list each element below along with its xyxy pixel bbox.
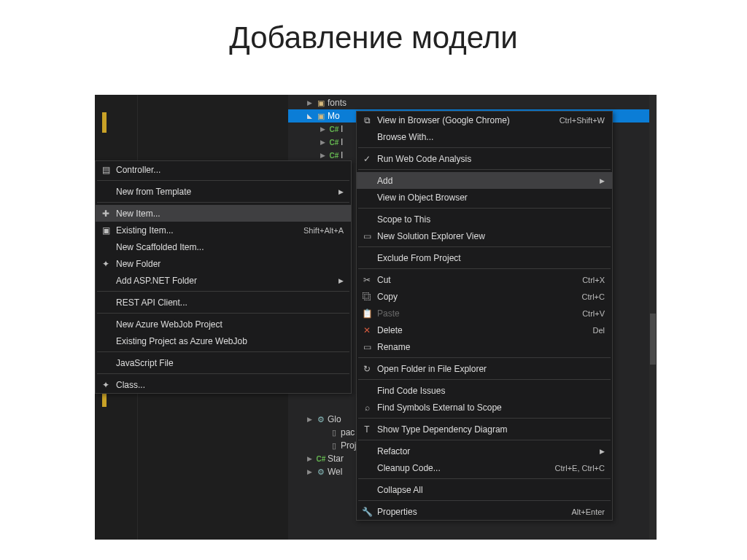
expander-icon[interactable]: ▶ — [307, 416, 314, 423]
menu-item-label: New Item... — [116, 209, 351, 219]
menu-shortcut: Ctrl+E, Ctrl+C — [555, 464, 612, 472]
menu-item-label: Show Type Dependency Diagram — [377, 424, 612, 435]
scrollbar[interactable] — [649, 95, 657, 540]
menu-item-label: Properties — [377, 507, 571, 517]
menu-item-label: Cleanup Code... — [377, 463, 555, 473]
menu-shortcut: Ctrl+C — [582, 292, 612, 301]
menu-separator — [97, 373, 349, 374]
menu-item[interactable]: ✓Run Web Code Analysis — [357, 150, 612, 167]
menu-item[interactable]: JavaScript File — [96, 354, 351, 371]
rename-icon: ▭ — [357, 342, 377, 352]
menu-item-label: Rename — [377, 342, 612, 352]
menu-shortcut: Shift+Alt+A — [303, 226, 351, 235]
menu-item[interactable]: ▤Controller... — [96, 161, 351, 178]
menu-item-label: Add ASP.NET Folder — [116, 276, 338, 286]
menu-item[interactable]: ▭Rename — [357, 338, 612, 355]
menu-item-label: Scope to This — [377, 214, 612, 225]
menu-item[interactable]: Refactor▶ — [357, 443, 612, 459]
menu-separator — [97, 180, 349, 181]
newitem-icon: ✚ — [96, 209, 116, 219]
config-icon: ⚙ — [314, 467, 328, 477]
menu-item-label: Class... — [116, 380, 351, 390]
menu-item[interactable]: REST API Client... — [96, 294, 351, 311]
menu-item[interactable]: Existing Project as Azure WebJob — [96, 332, 351, 349]
menu-item-label: Collapse All — [377, 485, 612, 495]
submenu-arrow-icon: ▶ — [600, 177, 612, 184]
menu-separator — [358, 147, 611, 148]
scrollbar-thumb[interactable] — [650, 314, 656, 365]
menu-item: 📋PasteCtrl+V — [357, 305, 612, 322]
menu-separator — [358, 379, 611, 380]
menu-item[interactable]: TShow Type Dependency Diagram — [357, 421, 612, 438]
menu-separator — [358, 500, 611, 501]
menu-shortcut: Alt+Enter — [571, 508, 612, 516]
menu-shortcut: Ctrl+Shift+W — [560, 116, 612, 125]
menu-item[interactable]: Cleanup Code...Ctrl+E, Ctrl+C — [357, 459, 612, 476]
menu-item-label: New Folder — [116, 259, 351, 269]
menu-item-label: New from Template — [116, 187, 338, 197]
menu-item[interactable]: 🔧PropertiesAlt+Enter — [357, 503, 612, 520]
expander-icon[interactable]: ▶ — [320, 125, 328, 133]
menu-item[interactable]: ▣Existing Item...Shift+Alt+A — [96, 222, 351, 238]
menu-shortcut: Ctrl+X — [582, 276, 612, 284]
menu-shortcut: Del — [592, 326, 612, 335]
screenshot-area: ▶ ▣ fonts ◣ ▣ Mo ▶ C# I ▶ C# I ▶ C# I ▶ … — [95, 95, 657, 540]
menu-item[interactable]: ⧉View in Browser (Google Chrome)Ctrl+Shi… — [357, 112, 612, 128]
add-submenu[interactable]: ▤Controller...New from Template▶✚New Ite… — [95, 160, 352, 394]
file-icon: ▯ — [328, 428, 341, 438]
slide-title: Добавление модели — [0, 20, 747, 55]
menu-item[interactable]: Find Code Issues — [357, 382, 612, 399]
menu-separator — [358, 418, 611, 419]
menu-separator — [358, 440, 611, 440]
expander-icon[interactable]: ▶ — [307, 99, 314, 106]
expander-icon[interactable]: ▶ — [307, 468, 314, 475]
menu-item[interactable]: Scope to This — [357, 211, 612, 228]
context-menu[interactable]: ⧉View in Browser (Google Chrome)Ctrl+Shi… — [356, 111, 613, 521]
expander-icon[interactable]: ▶ — [307, 455, 314, 462]
menu-item-label: Controller... — [116, 165, 351, 175]
menu-item[interactable]: ✦New Folder — [96, 255, 351, 272]
menu-item[interactable]: Add▶ — [357, 172, 612, 189]
paste-icon: 📋 — [357, 308, 377, 319]
menu-shortcut: Ctrl+V — [582, 309, 612, 318]
menu-item[interactable]: ↻Open Folder in File Explorer — [357, 360, 612, 377]
menu-item[interactable]: New Scaffolded Item... — [96, 238, 351, 255]
check-icon: ✓ — [357, 154, 377, 164]
menu-item[interactable]: New Azure WebJob Project — [96, 316, 351, 332]
tree-label: fonts — [328, 98, 657, 108]
menu-item[interactable]: ✦Class... — [96, 376, 351, 393]
menu-item[interactable]: ⿻CopyCtrl+C — [357, 288, 612, 305]
menu-separator — [97, 202, 349, 203]
expander-icon[interactable]: ◣ — [307, 112, 314, 120]
menu-item[interactable]: ✕DeleteDel — [357, 322, 612, 338]
class-icon: ✦ — [96, 380, 116, 390]
menu-item[interactable]: New from Template▶ — [96, 183, 351, 200]
menu-item[interactable]: ✚New Item... — [96, 205, 351, 222]
menu-item[interactable]: ✂CutCtrl+X — [357, 271, 612, 288]
menu-item[interactable]: ⌕Find Symbols External to Scope — [357, 399, 612, 416]
menu-item-label: Exclude From Project — [377, 253, 612, 263]
menu-item[interactable]: ▭New Solution Explorer View — [357, 228, 612, 244]
menu-separator — [358, 478, 611, 479]
csharp-icon: C# — [328, 139, 341, 147]
expander-icon[interactable]: ▶ — [320, 139, 328, 146]
menu-item[interactable]: Exclude From Project — [357, 249, 612, 266]
menu-separator — [358, 357, 611, 358]
tree-item-fonts[interactable]: ▶ ▣ fonts — [288, 96, 657, 109]
menu-separator — [97, 351, 349, 352]
submenu-arrow-icon: ▶ — [338, 277, 351, 284]
menu-item[interactable]: Collapse All — [357, 481, 612, 498]
diagram-icon: T — [357, 424, 377, 435]
existitem-icon: ▣ — [96, 225, 116, 236]
menu-item-label: Find Code Issues — [377, 386, 612, 396]
folder-icon: ▣ — [314, 112, 328, 121]
menu-item[interactable]: Browse With... — [357, 128, 612, 145]
expander-icon[interactable]: ▶ — [320, 152, 328, 159]
menu-item-label: New Azure WebJob Project — [116, 319, 351, 330]
menu-item[interactable]: View in Object Browser — [357, 189, 612, 206]
menu-item[interactable]: Add ASP.NET Folder▶ — [96, 272, 351, 289]
menu-separator — [358, 246, 611, 247]
menu-item-label: Existing Item... — [116, 225, 303, 236]
config-icon: ⚙ — [314, 415, 328, 424]
menu-item-label: New Solution Explorer View — [377, 231, 612, 241]
